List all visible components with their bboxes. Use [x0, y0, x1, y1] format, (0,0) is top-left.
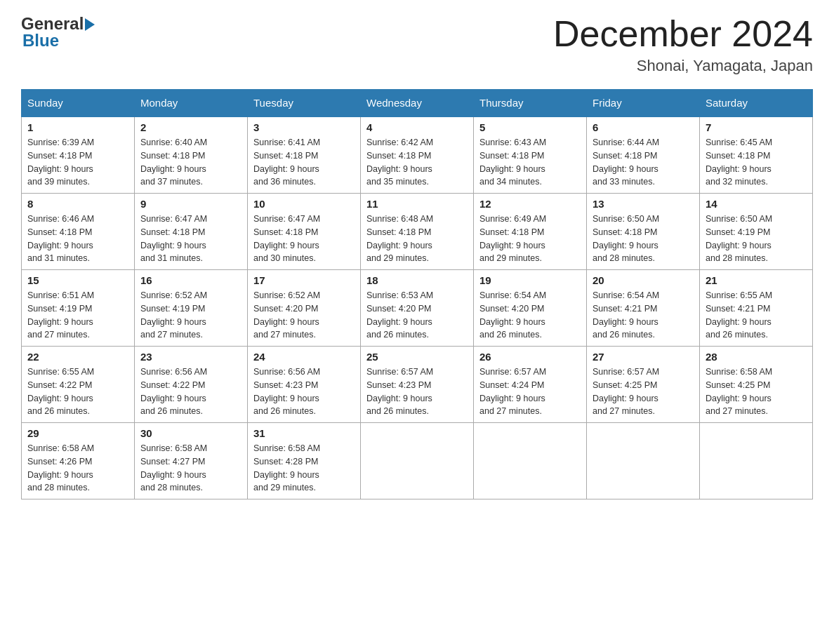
calendar-cell: 2 Sunrise: 6:40 AMSunset: 4:18 PMDayligh… [135, 116, 248, 194]
day-info: Sunrise: 6:42 AMSunset: 4:18 PMDaylight:… [366, 137, 433, 187]
day-number: 10 [253, 198, 355, 210]
day-info: Sunrise: 6:46 AMSunset: 4:18 PMDaylight:… [27, 214, 94, 263]
day-number: 9 [140, 198, 241, 210]
day-number: 1 [27, 121, 128, 133]
day-info: Sunrise: 6:43 AMSunset: 4:18 PMDaylight:… [479, 137, 546, 187]
calendar-cell [474, 423, 587, 499]
calendar-cell: 19 Sunrise: 6:54 AMSunset: 4:20 PMDaylig… [474, 270, 587, 347]
title-section: December 2024 Shonai, Yamagata, Japan [553, 14, 813, 75]
day-number: 21 [706, 274, 807, 286]
calendar-cell: 7 Sunrise: 6:45 AMSunset: 4:18 PMDayligh… [700, 116, 813, 194]
calendar-cell: 30 Sunrise: 6:58 AMSunset: 4:27 PMDaylig… [135, 423, 248, 499]
day-number: 8 [27, 198, 128, 210]
calendar-cell: 9 Sunrise: 6:47 AMSunset: 4:18 PMDayligh… [135, 194, 248, 270]
day-info: Sunrise: 6:44 AMSunset: 4:18 PMDaylight:… [593, 137, 659, 187]
calendar-cell: 21 Sunrise: 6:55 AMSunset: 4:21 PMDaylig… [700, 270, 813, 347]
calendar-header-monday: Monday [135, 90, 248, 117]
day-info: Sunrise: 6:53 AMSunset: 4:20 PMDaylight:… [366, 290, 433, 340]
day-info: Sunrise: 6:39 AMSunset: 4:18 PMDaylight:… [27, 137, 94, 187]
day-number: 6 [593, 121, 694, 133]
calendar-cell: 18 Sunrise: 6:53 AMSunset: 4:20 PMDaylig… [361, 270, 474, 347]
calendar-cell [361, 423, 474, 499]
calendar-cell: 22 Sunrise: 6:55 AMSunset: 4:22 PMDaylig… [22, 347, 135, 423]
calendar-cell: 20 Sunrise: 6:54 AMSunset: 4:21 PMDaylig… [587, 270, 700, 347]
calendar-week-row: 22 Sunrise: 6:55 AMSunset: 4:22 PMDaylig… [22, 347, 813, 423]
calendar-cell [587, 423, 700, 499]
calendar-header-friday: Friday [587, 90, 700, 117]
calendar-cell: 23 Sunrise: 6:56 AMSunset: 4:22 PMDaylig… [135, 347, 248, 423]
calendar-header-thursday: Thursday [474, 90, 587, 117]
calendar-cell: 15 Sunrise: 6:51 AMSunset: 4:19 PMDaylig… [22, 270, 135, 347]
day-number: 30 [140, 427, 241, 439]
calendar-header-saturday: Saturday [700, 90, 813, 117]
day-info: Sunrise: 6:57 AMSunset: 4:23 PMDaylight:… [366, 367, 433, 416]
calendar-cell: 28 Sunrise: 6:58 AMSunset: 4:25 PMDaylig… [700, 347, 813, 423]
calendar-cell: 11 Sunrise: 6:48 AMSunset: 4:18 PMDaylig… [361, 194, 474, 270]
calendar-cell: 6 Sunrise: 6:44 AMSunset: 4:18 PMDayligh… [587, 116, 700, 194]
calendar-cell: 3 Sunrise: 6:41 AMSunset: 4:18 PMDayligh… [248, 116, 361, 194]
day-info: Sunrise: 6:58 AMSunset: 4:28 PMDaylight:… [253, 443, 320, 492]
day-number: 3 [253, 121, 355, 133]
day-info: Sunrise: 6:54 AMSunset: 4:20 PMDaylight:… [479, 290, 546, 340]
calendar-header-row: SundayMondayTuesdayWednesdayThursdayFrid… [22, 90, 813, 117]
day-number: 27 [593, 351, 694, 363]
calendar-header-tuesday: Tuesday [248, 90, 361, 117]
day-info: Sunrise: 6:52 AMSunset: 4:19 PMDaylight:… [140, 290, 207, 340]
calendar-cell: 27 Sunrise: 6:57 AMSunset: 4:25 PMDaylig… [587, 347, 700, 423]
location-title: Shonai, Yamagata, Japan [553, 57, 813, 75]
day-number: 22 [27, 351, 128, 363]
day-number: 17 [253, 274, 355, 286]
calendar-cell: 12 Sunrise: 6:49 AMSunset: 4:18 PMDaylig… [474, 194, 587, 270]
day-number: 24 [253, 351, 355, 363]
day-info: Sunrise: 6:49 AMSunset: 4:18 PMDaylight:… [479, 214, 546, 263]
calendar-cell: 26 Sunrise: 6:57 AMSunset: 4:24 PMDaylig… [474, 347, 587, 423]
day-info: Sunrise: 6:47 AMSunset: 4:18 PMDaylight:… [140, 214, 207, 263]
day-info: Sunrise: 6:51 AMSunset: 4:19 PMDaylight:… [27, 290, 94, 340]
calendar-cell: 16 Sunrise: 6:52 AMSunset: 4:19 PMDaylig… [135, 270, 248, 347]
logo-arrow-icon [85, 18, 95, 31]
calendar-week-row: 1 Sunrise: 6:39 AMSunset: 4:18 PMDayligh… [22, 116, 813, 194]
day-info: Sunrise: 6:56 AMSunset: 4:22 PMDaylight:… [140, 367, 207, 416]
calendar-body: 1 Sunrise: 6:39 AMSunset: 4:18 PMDayligh… [22, 116, 813, 499]
day-number: 31 [253, 427, 355, 439]
day-info: Sunrise: 6:52 AMSunset: 4:20 PMDaylight:… [253, 290, 320, 340]
calendar-cell: 8 Sunrise: 6:46 AMSunset: 4:18 PMDayligh… [22, 194, 135, 270]
day-number: 20 [593, 274, 694, 286]
day-number: 7 [706, 121, 807, 133]
calendar-cell: 10 Sunrise: 6:47 AMSunset: 4:18 PMDaylig… [248, 194, 361, 270]
day-number: 25 [366, 351, 468, 363]
calendar-week-row: 15 Sunrise: 6:51 AMSunset: 4:19 PMDaylig… [22, 270, 813, 347]
day-number: 18 [366, 274, 468, 286]
calendar-header-sunday: Sunday [22, 90, 135, 117]
day-number: 16 [140, 274, 241, 286]
day-number: 12 [479, 198, 581, 210]
day-info: Sunrise: 6:57 AMSunset: 4:24 PMDaylight:… [479, 367, 546, 416]
day-info: Sunrise: 6:57 AMSunset: 4:25 PMDaylight:… [593, 367, 659, 416]
calendar-cell: 5 Sunrise: 6:43 AMSunset: 4:18 PMDayligh… [474, 116, 587, 194]
day-number: 28 [706, 351, 807, 363]
calendar-cell: 29 Sunrise: 6:58 AMSunset: 4:26 PMDaylig… [22, 423, 135, 499]
calendar-week-row: 29 Sunrise: 6:58 AMSunset: 4:26 PMDaylig… [22, 423, 813, 499]
calendar-table: SundayMondayTuesdayWednesdayThursdayFrid… [21, 89, 813, 499]
calendar-cell: 24 Sunrise: 6:56 AMSunset: 4:23 PMDaylig… [248, 347, 361, 423]
day-info: Sunrise: 6:47 AMSunset: 4:18 PMDaylight:… [253, 214, 320, 263]
month-title: December 2024 [553, 14, 813, 54]
day-number: 5 [479, 121, 581, 133]
day-info: Sunrise: 6:40 AMSunset: 4:18 PMDaylight:… [140, 137, 207, 187]
day-info: Sunrise: 6:50 AMSunset: 4:19 PMDaylight:… [706, 214, 772, 263]
day-number: 4 [366, 121, 468, 133]
calendar-cell: 25 Sunrise: 6:57 AMSunset: 4:23 PMDaylig… [361, 347, 474, 423]
page-header: General Blue December 2024 Shonai, Yamag… [21, 14, 813, 75]
calendar-cell: 1 Sunrise: 6:39 AMSunset: 4:18 PMDayligh… [22, 116, 135, 194]
calendar-cell: 13 Sunrise: 6:50 AMSunset: 4:18 PMDaylig… [587, 194, 700, 270]
calendar-week-row: 8 Sunrise: 6:46 AMSunset: 4:18 PMDayligh… [22, 194, 813, 270]
day-info: Sunrise: 6:58 AMSunset: 4:27 PMDaylight:… [140, 443, 207, 492]
day-number: 11 [366, 198, 468, 210]
day-number: 29 [27, 427, 128, 439]
day-number: 19 [479, 274, 581, 286]
day-number: 14 [706, 198, 807, 210]
day-info: Sunrise: 6:41 AMSunset: 4:18 PMDaylight:… [253, 137, 320, 187]
calendar-cell: 4 Sunrise: 6:42 AMSunset: 4:18 PMDayligh… [361, 116, 474, 194]
day-number: 13 [593, 198, 694, 210]
day-number: 23 [140, 351, 241, 363]
